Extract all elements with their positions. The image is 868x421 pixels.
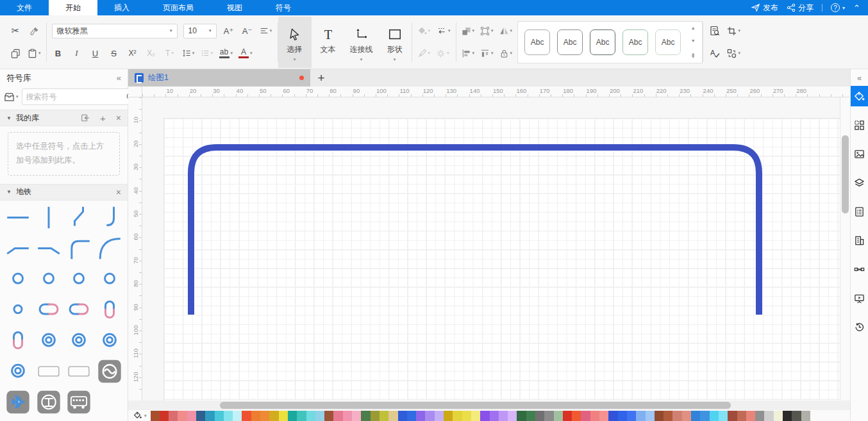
color-swatch-12[interactable]	[260, 411, 269, 421]
color-swatch-65[interactable]	[746, 411, 755, 421]
symbol-station-small[interactable]	[3, 297, 33, 323]
effects-button[interactable]: ▾	[436, 45, 449, 61]
color-swatch-69[interactable]	[783, 411, 792, 421]
font-family-select[interactable]: 微软雅黑 ▾	[52, 24, 178, 38]
color-swatch-6[interactable]	[205, 411, 214, 421]
panel-present-icon[interactable]	[851, 288, 868, 308]
horizontal-ruler[interactable]: 1020304050607080901001101201301401501601…	[142, 87, 850, 97]
decrease-font-button[interactable]: A⁻	[241, 23, 254, 38]
color-swatch-19[interactable]	[324, 411, 333, 421]
symbol-interchange[interactable]	[64, 327, 95, 354]
tool-shape[interactable]: 形状▾	[378, 17, 412, 68]
color-swatch-46[interactable]	[572, 411, 581, 421]
color-swatch-40[interactable]	[517, 411, 526, 421]
menu-tab-0[interactable]: 文件	[0, 0, 49, 15]
color-swatch-70[interactable]	[792, 411, 801, 421]
color-swatch-30[interactable]	[425, 411, 434, 421]
help-button[interactable]: ? ▾	[831, 3, 845, 12]
collapse-ribbon-button[interactable]: ⌃	[853, 3, 860, 13]
symbol-line-horizontal[interactable]	[3, 204, 33, 231]
symbol-station[interactable]	[3, 266, 33, 292]
metro-line-shape[interactable]	[142, 97, 840, 400]
section-metro[interactable]: ▼ 地铁 ×	[0, 184, 128, 201]
color-swatch-54[interactable]	[646, 411, 655, 421]
gallery-up-icon[interactable]: ▲	[691, 26, 696, 30]
cut-button[interactable]: ✂	[9, 23, 22, 38]
right-panel-collapse-icon[interactable]: «	[857, 69, 862, 86]
color-swatch-3[interactable]	[178, 411, 187, 421]
highlight-color-button[interactable]: ab ▾	[219, 45, 233, 61]
symbol-capsule-vertical[interactable]	[94, 297, 125, 323]
color-swatch-37[interactable]	[490, 411, 499, 421]
color-swatch-23[interactable]	[361, 411, 370, 421]
symbol-station-box[interactable]	[33, 358, 64, 384]
color-swatch-7[interactable]	[215, 411, 224, 421]
color-swatch-0[interactable]	[151, 411, 160, 421]
color-swatch-34[interactable]	[462, 411, 471, 421]
bold-button[interactable]: B	[52, 45, 65, 61]
symbol-curve-corner[interactable]	[94, 204, 125, 231]
color-swatch-29[interactable]	[416, 411, 425, 421]
color-swatch-31[interactable]	[435, 411, 444, 421]
lock-button[interactable]: ▾	[499, 45, 513, 61]
canvas-area[interactable]	[142, 97, 840, 400]
symbol-capsule-horizontal[interactable]	[33, 297, 64, 323]
color-swatch-56[interactable]	[664, 411, 672, 421]
publish-button[interactable]: 发布	[751, 3, 778, 13]
color-swatch-39[interactable]	[508, 411, 517, 421]
menu-tab-5[interactable]: 符号	[259, 0, 308, 15]
font-color-button[interactable]: A ▾	[238, 45, 253, 61]
panel-image-icon[interactable]	[851, 144, 868, 164]
superscript-button[interactable]: X²	[126, 45, 139, 61]
symbol-bus[interactable]	[64, 389, 95, 415]
symbol-station-box[interactable]	[64, 358, 95, 384]
frame-select-button[interactable]: ▾	[480, 23, 494, 38]
line-style-button[interactable]: ▾	[436, 23, 451, 38]
close-section-icon[interactable]: ×	[116, 187, 121, 197]
fill-color-button[interactable]: ▾	[417, 23, 431, 38]
library-drawer-button[interactable]: ▾	[4, 92, 19, 103]
color-swatch-33[interactable]	[453, 411, 462, 421]
color-swatch-14[interactable]	[279, 411, 288, 421]
symbol-interchange[interactable]	[3, 358, 33, 384]
panel-components-icon[interactable]	[851, 115, 868, 135]
symbol-station[interactable]	[94, 266, 125, 292]
color-swatch-61[interactable]	[710, 411, 719, 421]
symbol-metro-logo[interactable]	[94, 358, 125, 384]
document-tab[interactable]: 绘图1	[128, 69, 310, 87]
flip-button[interactable]: ▾	[499, 23, 513, 38]
color-swatch-47[interactable]	[581, 411, 590, 421]
symbol-line-diagonal-up[interactable]	[3, 235, 33, 261]
share-button[interactable]: 分享	[787, 3, 814, 13]
color-swatch-52[interactable]	[627, 411, 636, 421]
color-swatch-10[interactable]	[242, 411, 251, 421]
distribute-button[interactable]: ▾	[480, 45, 494, 61]
style-preset-4[interactable]: Abc	[655, 29, 681, 55]
color-swatch-64[interactable]	[737, 411, 746, 421]
tool-connector[interactable]: 连接线▾	[345, 17, 378, 68]
color-swatch-43[interactable]	[544, 411, 553, 421]
color-swatch-44[interactable]	[554, 411, 563, 421]
color-swatch-63[interactable]	[728, 411, 737, 421]
crop-button[interactable]: ▾	[727, 23, 740, 38]
panel-layers-icon[interactable]	[851, 172, 868, 193]
horizontal-scrollbar-thumb[interactable]	[220, 402, 731, 409]
color-swatch-41[interactable]	[526, 411, 535, 421]
font-size-select[interactable]: 10 ▾	[183, 24, 217, 38]
group-button[interactable]: ▾	[462, 23, 475, 38]
panel-fill-icon[interactable]	[851, 86, 868, 106]
align-button[interactable]: ▾	[260, 23, 272, 38]
symbol-line-bend[interactable]	[64, 204, 95, 231]
color-swatch-4[interactable]	[187, 411, 196, 421]
underline-button[interactable]: U	[89, 45, 102, 61]
close-section-icon[interactable]: ×	[116, 113, 121, 123]
copy-button[interactable]	[9, 45, 22, 61]
align-objects-button[interactable]: ▾	[462, 45, 475, 61]
bullet-list-button[interactable]: ▾	[201, 45, 213, 61]
symbol-arc-large[interactable]	[94, 235, 125, 261]
vertical-scrollbar-thumb[interactable]	[842, 135, 849, 213]
italic-button[interactable]: I	[71, 45, 83, 61]
spellcheck-button[interactable]: A	[708, 45, 721, 61]
color-swatch-28[interactable]	[407, 411, 416, 421]
color-swatch-68[interactable]	[774, 411, 783, 421]
